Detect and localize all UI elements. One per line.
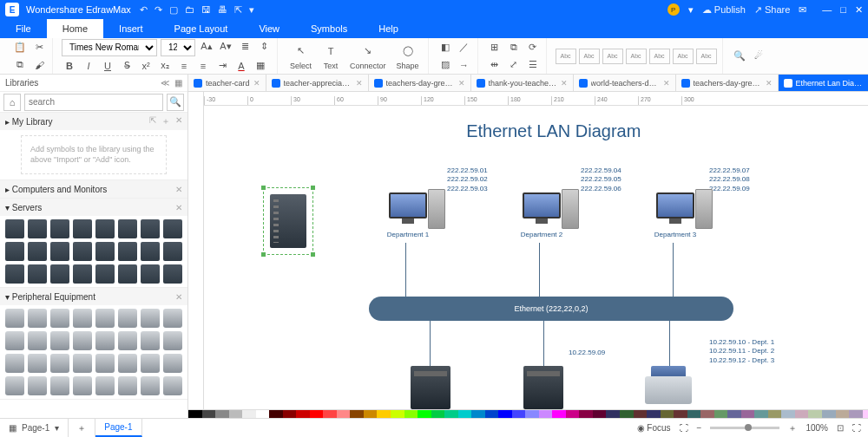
text-tool-button[interactable]: TText bbox=[319, 42, 343, 70]
color-swatch[interactable] bbox=[593, 410, 607, 418]
lower-server-2[interactable] bbox=[523, 366, 563, 409]
underline-icon[interactable]: U bbox=[100, 58, 115, 74]
undo-icon[interactable]: ↶ bbox=[140, 4, 148, 16]
doc-tab[interactable]: Ethernet Lan Diagram✕ bbox=[779, 75, 868, 91]
group-icon[interactable]: ⧉ bbox=[506, 40, 522, 55]
server-stencil[interactable] bbox=[118, 219, 137, 238]
find-icon[interactable]: 🔍 bbox=[732, 49, 747, 64]
ethernet-bus[interactable]: Ethernet (222,22,0,2) bbox=[369, 297, 733, 321]
connector-tool-button[interactable]: ↘Connector bbox=[346, 42, 390, 70]
color-swatch[interactable] bbox=[229, 410, 243, 418]
peripheral-stencil[interactable] bbox=[5, 376, 24, 395]
doc-tab[interactable]: teachers-day-greet...✕ bbox=[676, 75, 779, 91]
color-swatch[interactable] bbox=[269, 410, 283, 418]
fill-icon[interactable]: ◧ bbox=[437, 40, 453, 55]
menu-home[interactable]: Home bbox=[47, 19, 103, 38]
line-spacing-icon[interactable]: ⇕ bbox=[256, 39, 272, 55]
color-swatch[interactable] bbox=[539, 410, 553, 418]
peripheral-stencil[interactable] bbox=[5, 354, 24, 373]
zoom-in-icon[interactable]: ＋ bbox=[788, 422, 797, 434]
tab-close-icon[interactable]: ✕ bbox=[356, 79, 363, 88]
style-swatch[interactable]: Abc bbox=[649, 49, 670, 64]
peripheral-stencil[interactable] bbox=[95, 376, 115, 395]
color-swatch[interactable] bbox=[849, 410, 863, 418]
color-swatch[interactable] bbox=[674, 410, 687, 418]
drawing-canvas[interactable]: Ethernet LAN Diagram 222.22.59.01222.22.… bbox=[204, 106, 868, 409]
focus-mode-button[interactable]: ◉ Focus bbox=[637, 423, 671, 433]
color-swatch[interactable] bbox=[700, 410, 714, 418]
menu-view[interactable]: View bbox=[243, 19, 295, 38]
new-icon[interactable]: ▢ bbox=[169, 4, 178, 16]
color-swatch[interactable] bbox=[741, 410, 755, 418]
color-swatch[interactable] bbox=[242, 410, 256, 418]
zoom-slider[interactable] bbox=[710, 427, 779, 429]
color-swatch[interactable] bbox=[215, 410, 229, 418]
search-button[interactable]: 🔍 bbox=[167, 94, 184, 111]
font-family-select[interactable]: Times New Roman bbox=[62, 39, 157, 56]
zoom-to-fit-icon[interactable]: ⛶ bbox=[680, 423, 688, 433]
cat-close-icon[interactable]: ✕ bbox=[175, 185, 182, 194]
server-stencil[interactable] bbox=[73, 242, 92, 261]
color-swatch[interactable] bbox=[350, 410, 364, 418]
server-stencil[interactable] bbox=[118, 242, 137, 261]
color-swatch[interactable] bbox=[579, 410, 593, 418]
page-add-button[interactable]: ＋ bbox=[69, 419, 95, 437]
peripheral-stencil[interactable] bbox=[163, 309, 182, 328]
color-swatch[interactable] bbox=[512, 410, 526, 418]
peripheral-stencil[interactable] bbox=[95, 331, 115, 350]
server-stencil[interactable] bbox=[95, 242, 115, 261]
distribute-icon[interactable]: ⇹ bbox=[487, 57, 503, 73]
color-swatch[interactable] bbox=[418, 410, 431, 418]
peripheral-stencil[interactable] bbox=[163, 354, 182, 373]
fullscreen-icon[interactable]: ⛶ bbox=[852, 423, 861, 433]
strike-icon[interactable]: S̶ bbox=[119, 58, 135, 74]
peripheral-stencil[interactable] bbox=[50, 309, 69, 328]
color-swatch[interactable] bbox=[391, 410, 404, 418]
peripheral-stencil[interactable] bbox=[28, 376, 47, 395]
color-swatch[interactable] bbox=[714, 410, 728, 418]
copy-icon[interactable]: ⧉ bbox=[12, 57, 28, 73]
server-stencil[interactable] bbox=[95, 219, 115, 238]
export-icon[interactable]: ⇱ bbox=[234, 4, 242, 16]
color-swatch[interactable] bbox=[498, 410, 512, 418]
format-painter-icon[interactable]: 🖌 bbox=[31, 57, 47, 73]
server-stencil[interactable] bbox=[163, 264, 182, 284]
peripheral-stencil[interactable] bbox=[50, 376, 69, 395]
color-swatch[interactable] bbox=[781, 410, 795, 418]
bold-icon[interactable]: B bbox=[62, 58, 77, 74]
color-swatch[interactable] bbox=[552, 410, 566, 418]
redo-icon[interactable]: ↷ bbox=[155, 4, 162, 16]
peripheral-stencil[interactable] bbox=[118, 354, 137, 373]
color-swatch[interactable] bbox=[566, 410, 580, 418]
color-swatch[interactable] bbox=[647, 410, 661, 418]
color-swatch[interactable] bbox=[606, 410, 620, 418]
peripheral-stencil[interactable] bbox=[95, 309, 115, 328]
peripheral-stencil[interactable] bbox=[141, 354, 160, 373]
rotate-icon[interactable]: ⟳ bbox=[525, 40, 541, 55]
font-grow-icon[interactable]: A▴ bbox=[199, 39, 214, 55]
color-swatch[interactable] bbox=[377, 410, 391, 418]
color-swatch[interactable] bbox=[256, 410, 270, 418]
tab-close-icon[interactable]: ✕ bbox=[253, 79, 260, 88]
peripheral-stencil[interactable] bbox=[118, 309, 137, 328]
style-gallery[interactable]: AbcAbcAbcAbcAbcAbcAbc bbox=[556, 49, 717, 64]
server-stencil[interactable] bbox=[163, 242, 182, 261]
server-stencil[interactable] bbox=[5, 242, 24, 261]
menu-insert[interactable]: Insert bbox=[103, 19, 159, 38]
peripheral-stencil[interactable] bbox=[163, 376, 182, 395]
peripheral-stencil[interactable] bbox=[163, 331, 182, 350]
server-stencil[interactable] bbox=[73, 219, 92, 238]
doc-tab[interactable]: world-teachers-day...✕ bbox=[574, 75, 676, 91]
add-icon[interactable]: ＋ bbox=[161, 115, 170, 127]
superscript-icon[interactable]: x² bbox=[138, 58, 154, 74]
server-stencil[interactable] bbox=[118, 264, 137, 284]
select-tool-button[interactable]: ↖Select bbox=[286, 42, 315, 70]
workstation-2[interactable]: Department 2 bbox=[503, 192, 581, 238]
fit-page-icon[interactable]: ⊡ bbox=[837, 423, 844, 433]
peripheral-stencil[interactable] bbox=[73, 376, 92, 395]
peripheral-stencil[interactable] bbox=[73, 309, 92, 328]
minimize-icon[interactable]: — bbox=[822, 4, 832, 16]
bullets-icon[interactable]: ≣ bbox=[237, 39, 253, 55]
tab-close-icon[interactable]: ✕ bbox=[458, 79, 465, 88]
color-swatch[interactable] bbox=[471, 410, 485, 418]
